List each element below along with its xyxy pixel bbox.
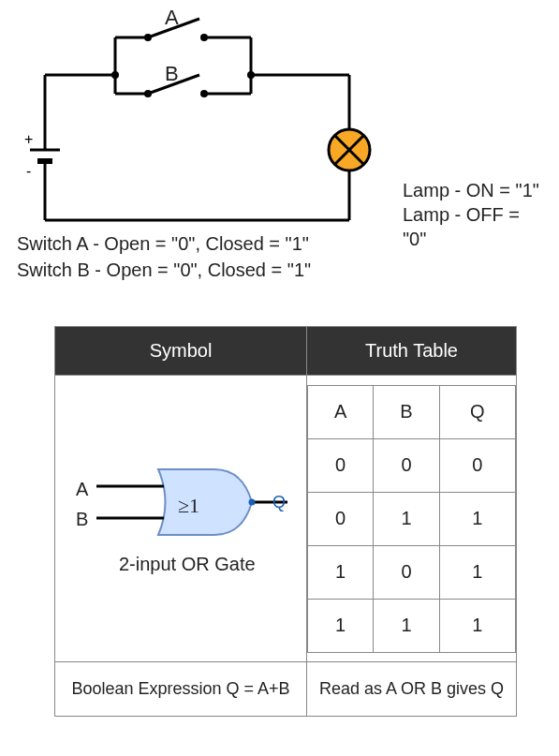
legend-switch-b: Switch B - Open = "0", Closed = "1" [17,257,542,283]
switch-a-label: A [165,6,179,30]
lamp-on-text: Lamp - ON = "1" [403,178,541,202]
table-row: 1 0 1 [308,545,516,599]
svg-text:-: - [26,163,31,179]
svg-point-22 [200,90,208,97]
gate-output-q: Q [272,493,286,512]
header-symbol: Symbol [55,327,307,376]
read-as: Read as A OR B gives Q [307,662,517,717]
gate-caption: 2-input OR Gate [119,554,256,575]
or-gate-table: Symbol Truth Table [54,326,517,717]
svg-point-21 [144,90,152,97]
svg-text:+: + [24,131,33,147]
svg-point-18 [247,71,255,79]
gate-input-b: B [76,509,88,530]
gate-input-a: A [76,479,88,500]
circuit-diagram: + - A B Lamp - ON = "1" Lamp - OFF = "0" [17,9,541,225]
table-row: 1 1 1 [308,599,516,652]
lamp-legend: Lamp - ON = "1" Lamp - OFF = "0" [403,178,541,251]
tt-head-q: Q [439,385,515,438]
table-row: 0 1 1 [308,492,516,545]
lamp-off-text: Lamp - OFF = "0" [403,202,541,251]
boolean-expression: Boolean Expression Q = A+B [55,662,307,717]
table-row: 0 0 0 [308,438,516,492]
svg-point-17 [111,71,119,79]
svg-point-34 [249,499,256,506]
tt-head-a: A [308,385,374,438]
gate-ge1-label: ≥1 [178,494,199,518]
tt-head-b: B [374,385,439,438]
svg-point-19 [144,34,152,41]
header-truth-table: Truth Table [307,327,517,376]
truth-table-inner: A B Q 0 0 0 0 1 1 [307,385,516,653]
switch-b-label: B [165,62,179,86]
gate-symbol-cell: A B ≥1 Q 2-input OR Gate [55,376,307,662]
svg-point-20 [200,34,208,41]
